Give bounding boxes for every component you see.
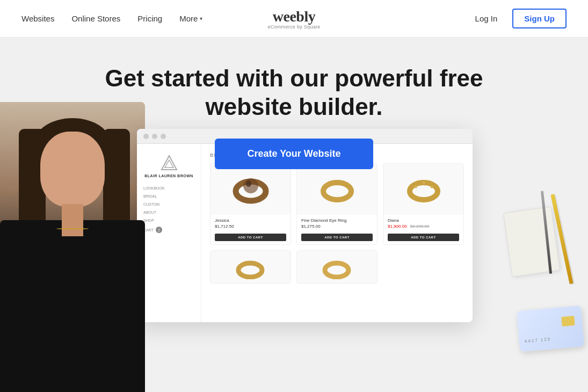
- store-nav-custom[interactable]: CUSTOM: [143, 200, 194, 208]
- store-nav-bridal[interactable]: BRIDAL: [143, 192, 194, 200]
- nav-links: Websites Online Stores Pricing More ▾: [21, 14, 202, 23]
- chevron-down-icon: ▾: [200, 16, 202, 21]
- product-card-diamond: Fine Diamond Eye Ring $1,275.00 ADD TO C…: [296, 163, 378, 245]
- product-price-jessica: $1,712.50: [215, 224, 286, 229]
- product-image-row2-1: [210, 251, 291, 283]
- svg-point-4: [246, 180, 251, 187]
- nav-websites[interactable]: Websites: [21, 14, 54, 23]
- ring-jessica-svg: [232, 171, 270, 208]
- store-main: BEST SELLERS Jessica: [201, 144, 473, 322]
- add-to-cart-jessica[interactable]: ADD TO CART: [215, 234, 286, 241]
- product-card-diana: Diana $1,900.00 $2,299.00 ADD TO CART: [383, 163, 464, 245]
- browser-body: BLAIR LAUREN BROWN LOOKBOOK BRIDAL CUSTO…: [137, 144, 473, 322]
- product-card-row2-2: [296, 250, 378, 284]
- ring-diana-svg: [405, 171, 442, 208]
- svg-point-7: [414, 185, 417, 188]
- store-nav-lookbook[interactable]: LOOKBOOK: [143, 184, 194, 192]
- product-sale-price-diana: $1,900.00: [388, 224, 407, 229]
- logo[interactable]: weebly eCommerce by Square: [267, 8, 320, 30]
- svg-point-10: [238, 263, 262, 277]
- svg-point-5: [323, 183, 351, 200]
- store-brand-name: BLAIR LAUREN BROWN: [144, 174, 193, 178]
- svg-point-8: [430, 185, 433, 188]
- product-info-diana: Diana $1,900.00 $2,299.00 ADD TO CART: [383, 215, 463, 244]
- signup-button[interactable]: Sign Up: [512, 9, 567, 28]
- product-original-price-diana: $2,299.00: [410, 224, 430, 229]
- logo-wordmark: weebly: [273, 8, 315, 25]
- hero-doodles: 4417 123: [497, 188, 588, 392]
- hero-headline: Get started with our powerful free websi…: [0, 38, 588, 121]
- product-image-jessica: [210, 164, 291, 215]
- nav-pricing[interactable]: Pricing: [137, 14, 162, 23]
- product-price-diana: $1,900.00 $2,299.00: [388, 224, 459, 229]
- products-grid: Jessica $1,712.50 ADD TO CART: [210, 163, 464, 245]
- nav-more[interactable]: More ▾: [179, 14, 202, 23]
- svg-point-9: [422, 181, 425, 184]
- product-price-diamond: $1,275.00: [301, 224, 373, 229]
- store-nav-cart[interactable]: CART 2: [143, 224, 194, 235]
- ring-row2-1-svg: [236, 255, 265, 279]
- product-card-jessica: Jessica $1,712.50 ADD TO CART: [210, 163, 291, 245]
- product-name-diana: Diana: [388, 218, 459, 223]
- svg-point-6: [410, 183, 438, 200]
- store-nav-about[interactable]: ABOUT: [143, 208, 194, 216]
- doodle-notebook: [503, 206, 560, 277]
- nav-auth: Log In Sign Up: [469, 9, 567, 28]
- product-info-jessica: Jessica $1,712.50 ADD TO CART: [210, 215, 291, 244]
- cart-count-badge: 2: [156, 227, 162, 233]
- store-sidebar: BLAIR LAUREN BROWN LOOKBOOK BRIDAL CUSTO…: [137, 144, 201, 322]
- ring-row2-2-svg: [322, 255, 352, 279]
- create-website-button[interactable]: Create Your Website: [215, 139, 373, 169]
- product-name-jessica: Jessica: [215, 218, 286, 223]
- hero-cta: Create Your Website: [0, 139, 588, 169]
- add-to-cart-diana[interactable]: ADD TO CART: [388, 234, 459, 241]
- product-info-diamond: Fine Diamond Eye Ring $1,275.00 ADD TO C…: [297, 215, 377, 244]
- ring-diamond-svg: [318, 171, 356, 208]
- hero-title: Get started with our powerful free websi…: [101, 64, 488, 121]
- product-card-row2-1: [210, 250, 291, 284]
- product-image-diamond: [297, 164, 377, 215]
- product-name-diamond: Fine Diamond Eye Ring: [301, 218, 373, 223]
- login-button[interactable]: Log In: [469, 10, 504, 27]
- product-image-row2-2: [297, 251, 377, 283]
- svg-point-3: [243, 178, 258, 193]
- product-image-diana: [383, 164, 463, 215]
- nav-online-stores[interactable]: Online Stores: [71, 14, 120, 23]
- svg-point-11: [325, 263, 349, 277]
- navbar: Websites Online Stores Pricing More ▾ we…: [0, 0, 588, 38]
- doodle-credit-card: 4417 123: [517, 306, 584, 352]
- products-grid-row2: [210, 250, 464, 284]
- add-to-cart-diamond[interactable]: ADD TO CART: [301, 234, 373, 241]
- logo-tagline: eCommerce by Square: [267, 24, 320, 30]
- hero-section: Get started with our powerful free websi…: [0, 38, 588, 392]
- store-nav-shop[interactable]: SHOP: [143, 216, 194, 224]
